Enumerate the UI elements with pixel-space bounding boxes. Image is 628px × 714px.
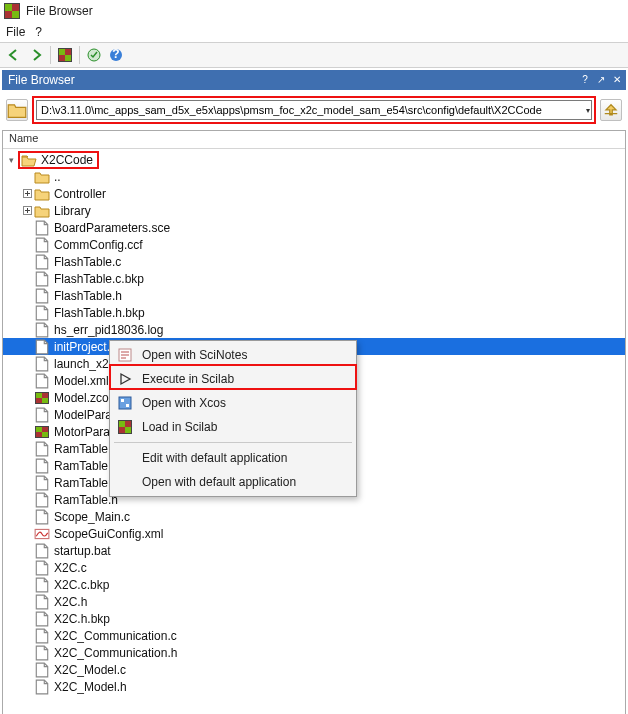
collapse-icon[interactable]: ▾ — [5, 154, 17, 166]
file-icon — [34, 357, 50, 371]
expand-icon[interactable] — [21, 205, 33, 217]
tree-line — [21, 358, 33, 370]
tree-item-label: Scope_Main.c — [54, 510, 130, 524]
dock-header: File Browser ? ↗ ✕ — [2, 70, 626, 90]
dock-close-icon[interactable]: ✕ — [612, 75, 622, 85]
tree-item[interactable]: X2C_Communication.h — [3, 644, 625, 661]
context-menu-item[interactable]: Load in Scilab — [112, 415, 354, 439]
context-menu-label: Edit with default application — [142, 451, 287, 465]
file-icon — [34, 289, 50, 303]
column-header-name[interactable]: Name — [3, 131, 625, 149]
context-menu-item[interactable]: Execute in Scilab — [112, 367, 354, 391]
tree-item[interactable]: startup.bat — [3, 542, 625, 559]
tree-item[interactable]: BoardParameters.sce — [3, 219, 625, 236]
file-icon — [34, 459, 50, 473]
notes-icon — [116, 346, 134, 364]
tree-line — [21, 307, 33, 319]
file-icon — [34, 272, 50, 286]
help-icon[interactable]: ? — [106, 45, 126, 65]
tree-item[interactable]: X2C.c — [3, 559, 625, 576]
go-up-button[interactable] — [600, 99, 622, 121]
file-icon — [34, 442, 50, 456]
expand-icon[interactable] — [21, 188, 33, 200]
tree-item-label: RamTable.c — [54, 459, 117, 473]
tree-item[interactable]: Library — [3, 202, 625, 219]
titlebar: File Browser — [0, 0, 628, 22]
tree-item[interactable]: X2C.h — [3, 593, 625, 610]
context-menu-item[interactable]: Open with default application — [112, 470, 354, 494]
tree-item-label: X2C.h — [54, 595, 87, 609]
context-menu-item[interactable]: Open with Xcos — [112, 391, 354, 415]
tree-item[interactable]: X2C.h.bkp — [3, 610, 625, 627]
tree-line — [21, 443, 33, 455]
path-highlight: ▾ — [32, 96, 596, 124]
file-icon — [34, 629, 50, 643]
tree-line — [21, 239, 33, 251]
file-icon — [34, 255, 50, 269]
file-icon — [34, 663, 50, 677]
tree-item-label: FlashTable.c — [54, 255, 121, 269]
tree-item[interactable]: .. — [3, 168, 625, 185]
svg-rect-7 — [119, 397, 131, 409]
tree-item-label: .. — [54, 170, 61, 184]
tree-line — [21, 341, 33, 353]
tree-item-label: CommConfig.ccf — [54, 238, 143, 252]
file-icon — [34, 578, 50, 592]
context-menu-label: Execute in Scilab — [142, 372, 234, 386]
tree-line — [21, 477, 33, 489]
context-menu-item[interactable]: Edit with default application — [112, 446, 354, 470]
tree-item[interactable]: X2C_Model.c — [3, 661, 625, 678]
tree-item[interactable]: X2C_Communication.c — [3, 627, 625, 644]
toolbar: ? — [0, 42, 628, 68]
tree-item[interactable]: FlashTable.c.bkp — [3, 270, 625, 287]
tree-item-label: FlashTable.h — [54, 289, 122, 303]
tree-root-label[interactable]: X2CCode — [41, 153, 93, 167]
context-menu-item[interactable]: Open with SciNotes — [112, 343, 354, 367]
svg-rect-9 — [126, 404, 129, 407]
path-input[interactable] — [36, 100, 592, 120]
tree-line — [21, 171, 33, 183]
tree-line — [21, 579, 33, 591]
folder-icon — [34, 187, 50, 201]
tree-item[interactable]: FlashTable.h.bkp — [3, 304, 625, 321]
file-icon — [34, 680, 50, 694]
tree-item-label: FlashTable.c.bkp — [54, 272, 144, 286]
scilab-icon — [116, 418, 134, 436]
back-button[interactable] — [4, 45, 24, 65]
tree-item[interactable]: Controller — [3, 185, 625, 202]
tree-item[interactable]: FlashTable.h — [3, 287, 625, 304]
scilab-console-icon[interactable] — [55, 45, 75, 65]
tree-item-label: X2C_Model.c — [54, 663, 126, 677]
xcos-icon — [116, 394, 134, 412]
validate-icon[interactable] — [84, 45, 104, 65]
forward-button[interactable] — [26, 45, 46, 65]
dock-help-icon[interactable]: ? — [580, 75, 590, 85]
tree-item[interactable]: ScopeGuiConfig.xml — [3, 525, 625, 542]
tree-item[interactable]: hs_err_pid18036.log — [3, 321, 625, 338]
tree-item-label: Library — [54, 204, 91, 218]
tree-item[interactable]: CommConfig.ccf — [3, 236, 625, 253]
menu-help[interactable]: ? — [35, 25, 42, 39]
tree-item-label: Controller — [54, 187, 106, 201]
tree-line — [21, 375, 33, 387]
folder-icon-button[interactable] — [6, 99, 28, 121]
app-icon — [4, 3, 20, 19]
tree-line — [21, 647, 33, 659]
tree-line — [21, 426, 33, 438]
tree-item-label: X2C.c.bkp — [54, 578, 109, 592]
tree-line — [21, 596, 33, 608]
file-icon — [34, 408, 50, 422]
tree-item[interactable]: Scope_Main.c — [3, 508, 625, 525]
tree-line — [21, 494, 33, 506]
file-icon — [34, 340, 50, 354]
tree-line — [21, 613, 33, 625]
context-menu-label: Open with default application — [142, 475, 296, 489]
menu-file[interactable]: File — [6, 25, 25, 39]
tree-item-label: X2C_Communication.c — [54, 629, 177, 643]
tree-item[interactable]: X2C_Model.h — [3, 678, 625, 695]
dock-undock-icon[interactable]: ↗ — [596, 75, 606, 85]
folder-icon — [21, 153, 37, 167]
tree-item-label: X2C_Communication.h — [54, 646, 177, 660]
tree-item[interactable]: FlashTable.c — [3, 253, 625, 270]
tree-item[interactable]: X2C.c.bkp — [3, 576, 625, 593]
